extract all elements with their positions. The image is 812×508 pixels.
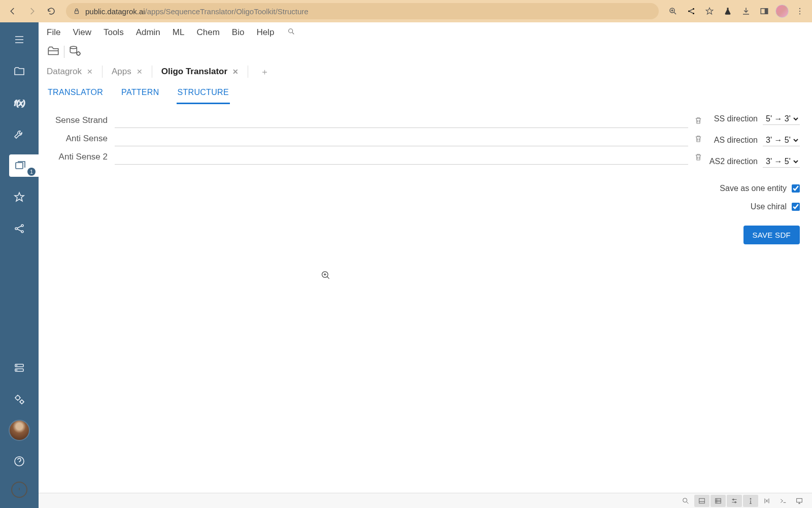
svg-point-13 — [21, 225, 23, 227]
checkbox-use-chiral[interactable] — [792, 203, 800, 211]
share-nodes-icon[interactable] — [8, 217, 30, 240]
select-as2-direction[interactable]: 3' → 5' — [763, 155, 800, 168]
sliders-icon[interactable] — [727, 495, 742, 507]
alert-circle-icon[interactable] — [11, 482, 27, 498]
select-ss-direction[interactable]: 5' → 3' — [763, 113, 800, 125]
breadcrumb-tabs: Datagrok✕ Apps✕ Oligo Translator✕ ＋ — [39, 61, 812, 82]
settings-gears-icon[interactable] — [8, 388, 30, 410]
browser-chrome: public.datagrok.ai/apps/SequenceTranslat… — [0, 0, 812, 22]
svg-point-4 — [693, 13, 694, 14]
monitor-icon[interactable] — [792, 495, 807, 507]
tab-structure[interactable]: STRUCTURE — [177, 82, 230, 104]
close-icon[interactable]: ✕ — [232, 68, 239, 76]
lock-icon — [73, 8, 80, 15]
main-panel: File View Tools Admin ML Chem Bio Help D… — [39, 22, 812, 508]
close-icon[interactable]: ✕ — [87, 68, 93, 76]
status-bar — [39, 493, 812, 508]
share-icon[interactable] — [684, 4, 698, 18]
crumb-apps[interactable]: Apps✕ — [112, 67, 143, 77]
info-icon[interactable] — [743, 495, 758, 507]
svg-point-24 — [77, 52, 80, 55]
svg-point-17 — [17, 365, 17, 366]
help-icon[interactable] — [8, 450, 30, 472]
input-sense-strand[interactable] — [115, 113, 688, 128]
menu-help[interactable]: Help — [256, 27, 274, 38]
menu-file[interactable]: File — [47, 27, 60, 38]
crumb-oligo-translator[interactable]: Oligo Translator✕ — [161, 67, 239, 77]
menubar: File View Tools Admin ML Chem Bio Help — [39, 22, 812, 43]
magnifier-cursor-icon — [321, 270, 331, 282]
tab-translator[interactable]: TRANSLATOR — [47, 82, 104, 104]
server-icon[interactable] — [8, 357, 30, 379]
list-icon[interactable] — [710, 495, 726, 507]
menu-view[interactable]: View — [73, 27, 91, 38]
menu-ml[interactable]: ML — [173, 27, 185, 38]
select-as-direction[interactable]: 3' → 5' — [763, 134, 800, 146]
panel-bottom-icon[interactable] — [694, 495, 709, 507]
label-sense-strand: Sense Strand — [49, 115, 115, 125]
forward-button[interactable] — [24, 4, 40, 19]
menu-bio[interactable]: Bio — [232, 27, 245, 38]
user-avatar[interactable] — [9, 420, 30, 441]
variables-icon[interactable] — [759, 495, 774, 507]
svg-point-14 — [21, 231, 23, 233]
bookmark-star-icon[interactable] — [702, 4, 717, 18]
label-save-entity: Save as one entity — [720, 184, 787, 193]
star-icon[interactable] — [8, 186, 30, 208]
input-anti-sense[interactable] — [115, 131, 688, 146]
svg-point-23 — [70, 46, 77, 48]
svg-rect-6 — [765, 9, 768, 14]
open-folder-icon[interactable] — [47, 44, 60, 59]
profile-avatar[interactable] — [775, 5, 789, 18]
folder-icon[interactable] — [8, 60, 30, 82]
reload-button[interactable] — [44, 4, 59, 19]
url-domain: public.datagrok.ai — [85, 7, 145, 16]
svg-point-12 — [15, 228, 17, 230]
label-anti-sense-2: Anti Sense 2 — [49, 152, 115, 162]
svg-point-20 — [20, 400, 23, 403]
label-as2-direction: AS2 direction — [709, 157, 758, 166]
url-bar[interactable]: public.datagrok.ai/apps/SequenceTranslat… — [66, 3, 659, 19]
checkbox-save-entity[interactable] — [792, 184, 800, 193]
sidebar-badge: 1 — [27, 168, 36, 176]
svg-point-18 — [17, 370, 17, 370]
function-icon[interactable]: f(x) — [8, 91, 30, 114]
back-button[interactable] — [5, 4, 20, 19]
database-gear-icon[interactable] — [69, 44, 82, 59]
svg-point-2 — [688, 11, 690, 12]
kebab-menu-icon[interactable] — [793, 4, 807, 18]
menu-admin[interactable]: Admin — [136, 27, 160, 38]
svg-point-3 — [693, 8, 694, 10]
svg-point-8 — [799, 11, 800, 12]
add-tab-button[interactable]: ＋ — [257, 66, 272, 78]
close-icon[interactable]: ✕ — [137, 68, 143, 76]
tab-pattern[interactable]: PATTERN — [120, 82, 160, 104]
svg-rect-27 — [699, 498, 705, 503]
label-anti-sense: Anti Sense — [49, 134, 115, 144]
menu-chem[interactable]: Chem — [196, 27, 219, 38]
hamburger-menu-icon[interactable] — [8, 28, 30, 51]
svg-rect-28 — [716, 498, 721, 503]
svg-rect-11 — [16, 163, 23, 169]
toolbar — [39, 43, 812, 61]
left-sidebar: f(x) 1 — [0, 22, 39, 508]
wrench-icon[interactable] — [8, 123, 30, 145]
svg-point-9 — [799, 13, 800, 14]
svg-point-26 — [683, 498, 687, 502]
svg-point-7 — [799, 8, 800, 9]
windows-icon[interactable]: 1 — [9, 154, 39, 177]
zoom-icon[interactable] — [666, 4, 680, 18]
save-sdf-button[interactable]: SAVE SDF — [743, 226, 800, 244]
console-icon[interactable] — [775, 495, 791, 507]
search-icon[interactable] — [287, 27, 295, 38]
flask-icon[interactable] — [721, 4, 735, 18]
search-icon[interactable] — [678, 495, 693, 507]
input-anti-sense-2[interactable] — [115, 149, 688, 165]
menu-tools[interactable]: Tools — [104, 27, 124, 38]
divider — [64, 46, 64, 58]
label-as-direction: AS direction — [714, 136, 758, 145]
crumb-datagrok[interactable]: Datagrok✕ — [47, 67, 93, 77]
panel-icon[interactable] — [757, 4, 771, 18]
svg-point-22 — [289, 28, 293, 33]
download-icon[interactable] — [739, 4, 753, 18]
